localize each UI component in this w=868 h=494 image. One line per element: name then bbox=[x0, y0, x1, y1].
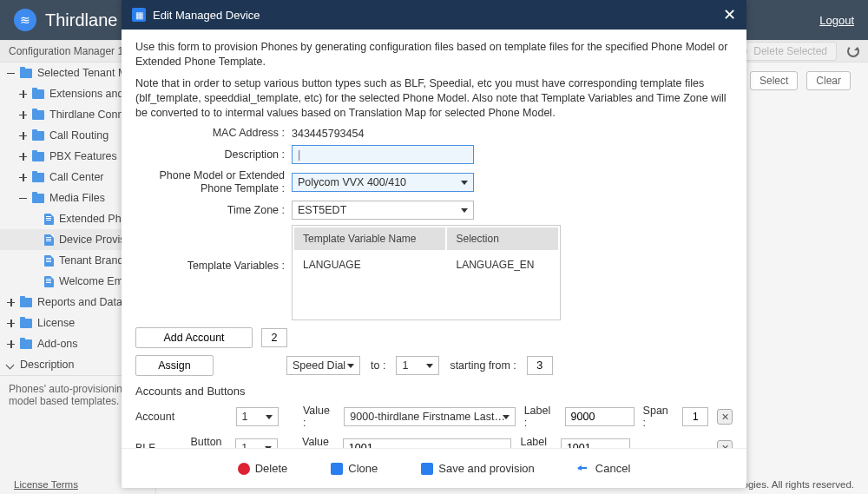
delete-button[interactable]: Delete bbox=[238, 462, 288, 475]
label-label: Label : bbox=[524, 405, 556, 429]
label-input[interactable] bbox=[565, 407, 635, 426]
timezone-select[interactable]: EST5EDT bbox=[292, 201, 474, 220]
clone-label: Clone bbox=[348, 462, 378, 475]
assign-from-input[interactable] bbox=[527, 356, 553, 375]
modal-header: ▦ Edit Managed Device ✕ bbox=[122, 0, 746, 30]
modal-footer: Delete Clone Save and provision Cancel bbox=[122, 448, 746, 488]
value-label: Value : bbox=[302, 436, 334, 448]
span-label: Span : bbox=[643, 405, 674, 429]
modal-intro-2: Note that in order to setup various butt… bbox=[135, 76, 733, 121]
assign-from-label: starting from : bbox=[450, 359, 516, 372]
chevron-down-icon bbox=[265, 446, 272, 448]
value-input[interactable] bbox=[343, 438, 512, 448]
chevron-down-icon bbox=[426, 364, 433, 368]
chevron-down-icon bbox=[461, 181, 468, 185]
cancel-label: Cancel bbox=[595, 462, 630, 475]
model-select[interactable]: Polycom VVX 400/410 bbox=[292, 173, 474, 192]
button-select[interactable]: 1 bbox=[235, 438, 278, 448]
value-select[interactable]: 9000-thirdlane Firstname Lastn... bbox=[344, 407, 515, 426]
description-input[interactable] bbox=[292, 145, 474, 164]
add-account-button[interactable]: Add Account bbox=[135, 327, 253, 348]
label-label: Label : bbox=[520, 436, 551, 448]
remove-row-button[interactable]: ✕ bbox=[717, 409, 733, 425]
chevron-down-icon bbox=[347, 364, 354, 368]
accounts-section-title: Accounts and Buttons bbox=[135, 385, 733, 398]
button-label: Button : bbox=[190, 436, 227, 448]
button-value: 1 bbox=[242, 411, 248, 423]
assign-button[interactable]: Assign bbox=[135, 355, 214, 376]
account-row-0: Account1Value :9000-thirdlane Firstname … bbox=[135, 405, 733, 429]
button-select[interactable]: 1 bbox=[236, 407, 279, 426]
chevron-down-icon bbox=[503, 415, 510, 419]
row-type-label: Account bbox=[135, 411, 182, 423]
span-input[interactable] bbox=[682, 407, 708, 426]
account-row-1: BLFButton :1Value :Label :✕ bbox=[135, 436, 733, 448]
timezone-label: Time Zone : bbox=[135, 204, 292, 217]
tvars-label: Template Variables : bbox=[135, 225, 292, 273]
chevron-down-icon bbox=[461, 208, 468, 213]
value-text: 9000-thirdlane Firstname Lastn... bbox=[350, 411, 506, 423]
label-input[interactable] bbox=[561, 438, 630, 448]
modal-title: Edit Managed Device bbox=[153, 9, 260, 22]
assign-type-select[interactable]: Speed Dial bbox=[286, 356, 360, 375]
assign-type-value: Speed Dial bbox=[293, 359, 345, 372]
modal-header-icon: ▦ bbox=[132, 8, 146, 22]
button-value: 1 bbox=[241, 442, 247, 448]
tvar-row-name: LANGUAGE bbox=[294, 252, 445, 278]
add-account-count[interactable] bbox=[261, 328, 287, 347]
clone-icon bbox=[331, 463, 343, 475]
tvar-row-value: LANGUAGE_EN bbox=[447, 252, 558, 278]
mac-label: MAC Address : bbox=[135, 127, 292, 140]
description-label: Description : bbox=[135, 148, 292, 161]
edit-device-modal: ▦ Edit Managed Device ✕ Use this form to… bbox=[122, 0, 746, 488]
assign-to-label: to : bbox=[371, 359, 385, 372]
assign-to-select[interactable]: 1 bbox=[396, 356, 439, 375]
modal-close-button[interactable]: ✕ bbox=[723, 7, 736, 23]
save-icon bbox=[421, 463, 433, 475]
clone-button[interactable]: Clone bbox=[331, 462, 378, 475]
cancel-button[interactable]: Cancel bbox=[578, 462, 630, 475]
delete-label: Delete bbox=[255, 462, 288, 475]
row-type-label: BLF bbox=[135, 442, 181, 448]
template-vars-table: Template Variable NameSelection LANGUAGE… bbox=[292, 225, 561, 320]
modal-intro-1: Use this form to provision Phones by gen… bbox=[135, 40, 733, 69]
assign-to-value: 1 bbox=[402, 359, 408, 372]
cancel-icon bbox=[578, 463, 590, 475]
model-label: Phone Model or Extended Phone Template : bbox=[135, 169, 292, 195]
tvar-header-selection: Selection bbox=[447, 227, 558, 250]
mac-value: 343445793454 bbox=[292, 128, 364, 140]
tvar-header-name: Template Variable Name bbox=[294, 227, 445, 250]
model-select-value: Polycom VVX 400/410 bbox=[298, 176, 406, 188]
timezone-select-value: EST5EDT bbox=[298, 204, 346, 216]
delete-icon bbox=[238, 463, 250, 475]
save-label: Save and provision bbox=[438, 462, 535, 475]
remove-row-button[interactable]: ✕ bbox=[717, 440, 733, 448]
save-provision-button[interactable]: Save and provision bbox=[421, 462, 535, 475]
value-label: Value : bbox=[303, 405, 335, 429]
chevron-down-icon bbox=[266, 415, 273, 419]
